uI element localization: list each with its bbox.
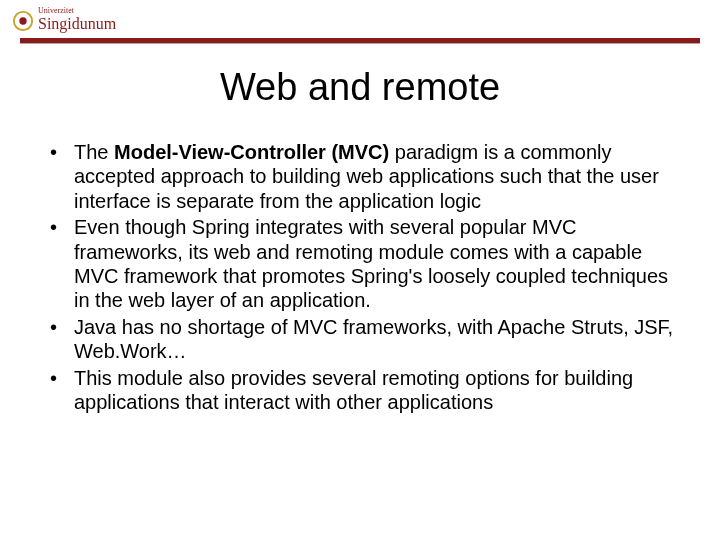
slide-title: Web and remote xyxy=(0,66,720,109)
slide-content: The Model-View-Controller (MVC) paradigm… xyxy=(50,140,680,416)
list-item: This module also provides several remoti… xyxy=(50,366,680,415)
svg-point-1 xyxy=(19,17,26,24)
university-logo: Univerzitet Singidunum xyxy=(12,8,116,33)
logo-text-block: Univerzitet Singidunum xyxy=(38,8,116,33)
header-rule xyxy=(20,38,700,44)
list-item: The Model-View-Controller (MVC) paradigm… xyxy=(50,140,680,213)
logo-name: Singidunum xyxy=(38,15,116,32)
bullet-list: The Model-View-Controller (MVC) paradigm… xyxy=(50,140,680,414)
logo-subtext: Univerzitet xyxy=(38,6,116,15)
logo-icon xyxy=(12,10,34,32)
list-item: Java has no shortage of MVC frameworks, … xyxy=(50,315,680,364)
list-item: Even though Spring integrates with sever… xyxy=(50,215,680,313)
